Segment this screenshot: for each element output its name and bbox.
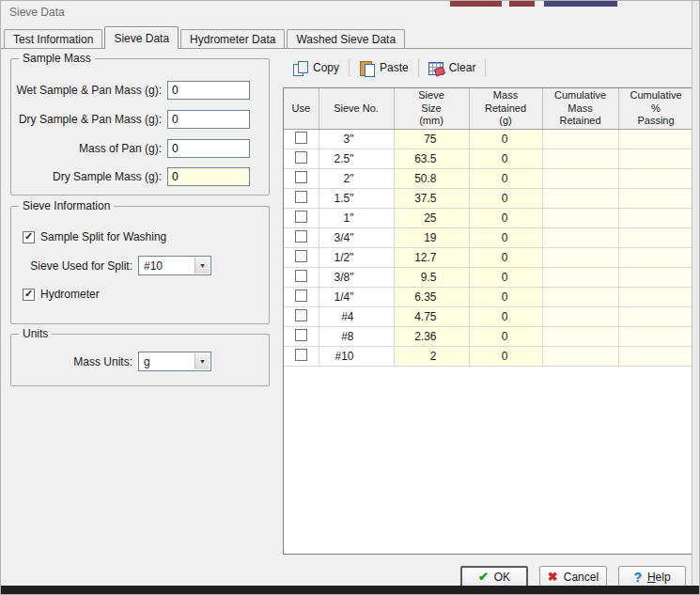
mass-retained-cell[interactable]: 0 — [469, 208, 542, 227]
use-checkbox[interactable] — [295, 211, 307, 223]
sieve-size-cell[interactable]: 9.5 — [394, 267, 469, 287]
cancel-button[interactable]: ✖ Cancel — [539, 566, 607, 587]
use-checkbox[interactable] — [295, 349, 307, 361]
dry-sample-mass-input[interactable] — [167, 167, 250, 186]
mass-retained-cell[interactable]: 0 — [469, 227, 542, 247]
paste-button[interactable]: Paste — [351, 58, 416, 77]
clear-button[interactable]: Clear — [421, 58, 484, 77]
cumulative-passing-cell — [618, 287, 693, 306]
sieve-size-cell[interactable]: 25 — [394, 208, 469, 227]
sieve-size-cell[interactable]: 63.5 — [394, 149, 469, 168]
dry-sample-mass-label: Dry Sample Mass (g): — [53, 170, 162, 183]
col-header-sieve-size: Sieve Size (mm) — [394, 88, 469, 129]
hydrometer-checkbox[interactable]: ✓ — [23, 289, 35, 301]
window-right-frame — [692, 1, 699, 586]
sieve-no-cell: 1.5" — [319, 188, 394, 208]
title-bar: Sieve Data — [1, 1, 692, 25]
sieve-size-cell[interactable]: 37.5 — [394, 188, 469, 208]
use-checkbox[interactable] — [295, 329, 307, 341]
copy-label: Copy — [313, 61, 339, 74]
dry-sample-mass-pan-label: Dry Sample & Pan Mass (g): — [19, 113, 162, 126]
use-checkbox[interactable] — [295, 230, 307, 243]
cumulative-mass-cell — [542, 346, 618, 366]
table-header-row: Use Sieve No. Sieve Size (mm) Mass Retai… — [284, 88, 693, 129]
dialog-content: Sample Mass Wet Sample & Pan Mass (g): D… — [1, 48, 692, 586]
dropdown-arrow-icon[interactable]: ▼ — [194, 258, 210, 274]
cumulative-passing-cell — [618, 267, 693, 287]
mass-retained-cell[interactable]: 0 — [469, 326, 542, 346]
tab-hydrometer-data[interactable]: Hydrometer Data — [180, 29, 285, 48]
mass-retained-cell[interactable]: 0 — [469, 267, 542, 287]
use-checkbox[interactable] — [295, 270, 307, 282]
wet-sample-mass-input[interactable] — [167, 81, 250, 100]
sieve-size-cell[interactable]: 2 — [394, 346, 469, 366]
grid-toolbar: Copy Paste Clear — [285, 56, 488, 79]
mass-units-combobox[interactable]: g ▼ — [138, 352, 211, 371]
sieve-size-cell[interactable]: 19 — [394, 227, 469, 247]
mass-retained-cell[interactable]: 0 — [469, 287, 542, 306]
use-checkbox[interactable] — [295, 191, 307, 203]
sieve-no-cell: 2.5" — [319, 149, 394, 168]
tab-test-information[interactable]: Test Information — [4, 29, 102, 48]
sieve-used-for-split-combobox[interactable]: #10 ▼ — [138, 256, 211, 275]
mass-retained-cell[interactable]: 0 — [469, 129, 542, 149]
dropdown-arrow-icon[interactable]: ▼ — [194, 353, 210, 369]
col-header-cumulative-passing: Cumulative % Passing — [618, 88, 693, 129]
cumulative-passing-cell — [618, 306, 693, 326]
cumulative-mass-cell — [542, 306, 618, 326]
cumulative-passing-cell — [618, 149, 693, 168]
mass-units-value: g — [144, 355, 150, 368]
tab-washed-sieve-data[interactable]: Washed Sieve Data — [287, 29, 405, 48]
sieve-no-cell: 1/2" — [319, 247, 394, 267]
sample-split-checkbox[interactable]: ✓ — [23, 231, 35, 243]
table-row: 1/4" 6.35 0 — [284, 287, 693, 306]
mass-of-pan-input[interactable] — [167, 139, 250, 158]
copy-button[interactable]: Copy — [285, 58, 347, 77]
cancel-x-icon: ✖ — [548, 571, 558, 583]
sieve-size-cell[interactable]: 4.75 — [394, 306, 469, 326]
help-button[interactable]: ? Help — [618, 566, 686, 587]
mass-retained-cell[interactable]: 0 — [469, 346, 542, 366]
bottom-strip — [1, 586, 699, 594]
paste-icon — [359, 60, 374, 75]
ok-button[interactable]: ✔ OK — [460, 566, 528, 587]
cumulative-mass-cell — [542, 247, 618, 267]
cancel-label: Cancel — [564, 571, 599, 584]
tab-strip: Test Information Sieve Data Hydrometer D… — [4, 26, 407, 48]
table-row: 3/4" 19 0 — [284, 227, 693, 247]
cumulative-passing-cell — [618, 208, 693, 227]
check-icon: ✓ — [24, 231, 33, 242]
ok-check-icon: ✔ — [478, 571, 489, 583]
cumulative-mass-cell — [542, 227, 618, 247]
help-question-icon: ? — [633, 571, 642, 584]
mass-retained-cell[interactable]: 0 — [469, 306, 542, 326]
sieve-size-cell[interactable]: 2.36 — [394, 326, 469, 346]
use-checkbox[interactable] — [295, 309, 307, 321]
check-icon: ✓ — [24, 289, 33, 299]
sieve-size-cell[interactable]: 6.35 — [394, 287, 469, 306]
use-checkbox[interactable] — [295, 151, 307, 164]
mass-retained-cell[interactable]: 0 — [469, 168, 542, 188]
cumulative-mass-cell — [542, 267, 618, 287]
cumulative-passing-cell — [618, 247, 693, 267]
toolbar-separator — [485, 59, 486, 76]
sieve-size-cell[interactable]: 50.8 — [394, 168, 469, 188]
use-checkbox[interactable] — [295, 250, 307, 262]
col-header-use: Use — [284, 88, 319, 129]
dry-sample-pan-mass-input[interactable] — [167, 110, 250, 129]
sieve-information-group-title: Sieve Information — [19, 199, 114, 212]
mass-retained-cell[interactable]: 0 — [469, 247, 542, 267]
use-checkbox[interactable] — [295, 132, 307, 144]
tab-sieve-data[interactable]: Sieve Data — [104, 26, 179, 49]
use-checkbox[interactable] — [295, 171, 307, 183]
mass-units-label: Mass Units: — [73, 355, 132, 368]
sieve-size-cell[interactable]: 75 — [394, 129, 469, 149]
cumulative-mass-cell — [542, 208, 618, 227]
mass-retained-cell[interactable]: 0 — [469, 188, 542, 208]
mass-retained-cell[interactable]: 0 — [469, 149, 542, 168]
table-row: #4 4.75 0 — [284, 306, 693, 326]
sieve-no-cell: 2" — [319, 168, 394, 188]
use-checkbox[interactable] — [295, 290, 307, 302]
sieve-size-cell[interactable]: 12.7 — [394, 247, 469, 267]
table-row: 2" 50.8 0 — [284, 168, 693, 188]
